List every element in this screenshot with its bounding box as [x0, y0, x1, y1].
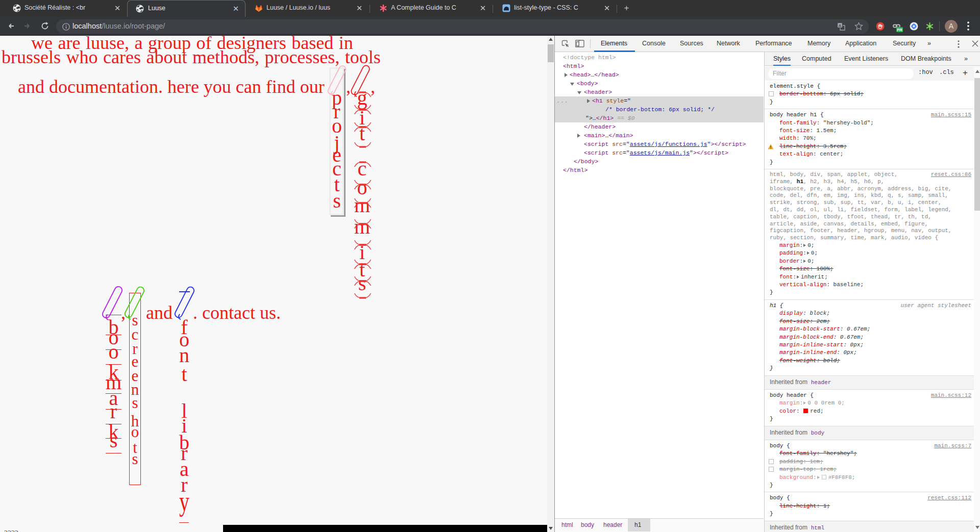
svg-text:A: A — [839, 23, 842, 28]
svg-text:FR: FR — [897, 28, 902, 32]
